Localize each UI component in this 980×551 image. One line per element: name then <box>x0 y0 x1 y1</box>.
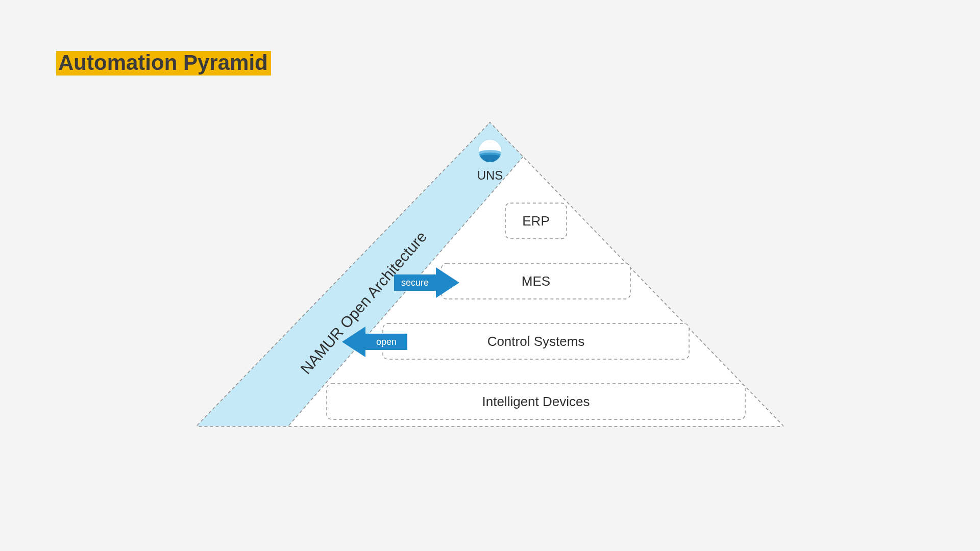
arrow-secure-label: secure <box>401 278 429 288</box>
apex-label: UNS <box>477 168 503 182</box>
level-mes-label: MES <box>522 273 550 289</box>
level-erp-label: ERP <box>522 213 549 229</box>
uns-icon <box>478 139 502 163</box>
level-devices-label: Intelligent Devices <box>482 394 590 409</box>
level-control-label: Control Systems <box>487 334 585 349</box>
diagram-stage: Automation Pyramid ERP MES <box>0 0 980 551</box>
pyramid-svg: ERP MES Control Systems Intelligent Devi… <box>0 0 980 551</box>
arrow-open-label: open <box>376 337 397 347</box>
